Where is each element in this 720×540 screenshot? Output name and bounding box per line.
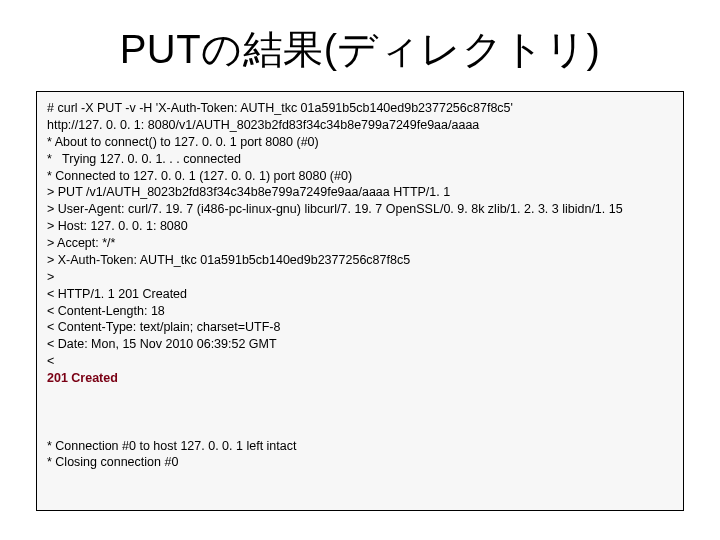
terminal-line: > X-Auth-Token: AUTH_tkc 01a591b5cb140ed… (47, 253, 410, 267)
terminal-output-box: # curl -X PUT -v -H 'X-Auth-Token: AUTH_… (36, 91, 684, 511)
terminal-line: > PUT /v1/AUTH_8023b2fd83f34c34b8e799a72… (47, 185, 450, 199)
slide: PUTの結果(ディレクトリ) # curl -X PUT -v -H 'X-Au… (0, 0, 720, 540)
terminal-line: * About to connect() to 127. 0. 0. 1 por… (47, 135, 319, 149)
terminal-line: < (47, 354, 54, 368)
terminal-line: * Connected to 127. 0. 0. 1 (127. 0. 0. … (47, 169, 352, 183)
terminal-line: > User-Agent: curl/7. 19. 7 (i486-pc-lin… (47, 202, 623, 216)
terminal-line: http://127. 0. 0. 1: 8080/v1/AUTH_8023b2… (47, 118, 479, 132)
terminal-line: > (47, 270, 54, 284)
terminal-line: < Content-Type: text/plain; charset=UTF-… (47, 320, 280, 334)
terminal-line: * Connection #0 to host 127. 0. 0. 1 lef… (47, 439, 296, 453)
terminal-line: < HTTP/1. 1 201 Created (47, 287, 187, 301)
slide-title: PUTの結果(ディレクトリ) (0, 0, 720, 87)
terminal-line: > Host: 127. 0. 0. 1: 8080 (47, 219, 188, 233)
terminal-line: > Accept: */* (47, 236, 115, 250)
terminal-response-status: 201 Created (47, 371, 118, 385)
terminal-line: # curl -X PUT -v -H 'X-Auth-Token: AUTH_… (47, 101, 513, 115)
terminal-line: * Closing connection #0 (47, 455, 178, 469)
terminal-output: # curl -X PUT -v -H 'X-Auth-Token: AUTH_… (47, 100, 673, 471)
terminal-line: < Content-Length: 18 (47, 304, 165, 318)
terminal-line: < Date: Mon, 15 Nov 2010 06:39:52 GMT (47, 337, 277, 351)
terminal-line: * Trying 127. 0. 0. 1. . . connected (47, 152, 241, 166)
